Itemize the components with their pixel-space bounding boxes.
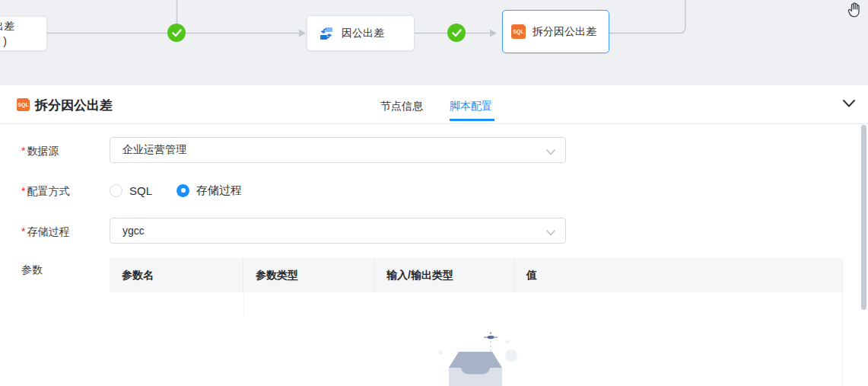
- node-label: 因公出差: [342, 27, 384, 40]
- params-table-header: 参数名 参数类型 输入/输出类型 值: [110, 258, 842, 292]
- screen: 出差S ) 因公出差 SQL 拆分因公出差: [0, 0, 868, 386]
- radio-sql-label[interactable]: SQL: [129, 184, 152, 197]
- params-label: 参数: [21, 263, 43, 277]
- stored-proc-select[interactable]: ygcc: [110, 218, 566, 244]
- stored-proc-value: ygcc: [122, 225, 145, 237]
- datasource-value: 企业运营管理: [122, 143, 186, 157]
- column-io-type: 输入/输出类型: [374, 258, 514, 292]
- node-partial-label: 出差S ): [0, 18, 14, 49]
- datasource-label: *数据源: [21, 145, 59, 158]
- config-mode-radio-group: SQL 存储过程: [110, 183, 242, 197]
- config-panel: SQL 拆分因公出差 节点信息 脚本配置 *数据源 企业运营管理 *配置方式 S…: [0, 85, 868, 386]
- workflow-canvas[interactable]: 出差S ) 因公出差 SQL 拆分因公出差: [0, 0, 868, 85]
- chevron-down-icon[interactable]: [841, 98, 858, 112]
- column-param-type: 参数类型: [243, 258, 374, 292]
- node-partial-clipped[interactable]: 出差S ): [0, 16, 47, 51]
- sql-file-icon: SQL: [17, 98, 30, 111]
- node-yggcc[interactable]: 因公出差: [307, 15, 415, 51]
- table-column-divider: [243, 292, 244, 315]
- vertical-scrollbar-thumb[interactable]: [861, 125, 866, 310]
- active-tab-indicator: [450, 119, 494, 121]
- node-split-selected[interactable]: SQL 拆分因公出差: [502, 10, 609, 53]
- empty-state-illustration: [396, 325, 548, 386]
- success-check-icon: [167, 24, 186, 42]
- data-sync-icon: [319, 26, 334, 41]
- chevron-down-icon: [545, 226, 556, 240]
- panel-title: 拆分因公出差: [35, 97, 113, 114]
- radio-stored-procedure-label[interactable]: 存储过程: [196, 183, 242, 198]
- radio-sql[interactable]: [110, 184, 122, 197]
- datasource-select[interactable]: 企业运营管理: [110, 137, 566, 163]
- panel-header: SQL 拆分因公出差 节点信息 脚本配置: [0, 85, 868, 124]
- column-value: 值: [514, 258, 842, 292]
- sql-file-icon: SQL: [511, 24, 526, 39]
- hand-cursor-icon: [846, 1, 863, 19]
- config-mode-label: *配置方式: [21, 185, 69, 199]
- success-check-icon: [447, 24, 466, 42]
- column-param-name: 参数名: [110, 258, 243, 292]
- chevron-down-icon: [545, 145, 556, 159]
- node-label: 拆分因公出差: [533, 24, 596, 39]
- stored-proc-label: *存储过程: [21, 225, 69, 239]
- tab-node-info[interactable]: 节点信息: [380, 100, 423, 113]
- tab-script-config[interactable]: 脚本配置: [450, 100, 492, 113]
- radio-stored-procedure[interactable]: [176, 184, 189, 197]
- connector-lines: [0, 0, 868, 85]
